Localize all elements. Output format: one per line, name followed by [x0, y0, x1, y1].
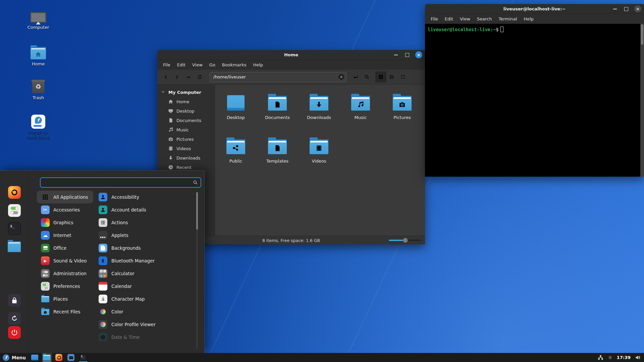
- fm-menu-file[interactable]: File: [160, 61, 173, 69]
- folder-templates[interactable]: Templates: [257, 135, 298, 178]
- terminal-menu-help[interactable]: Help: [521, 15, 537, 23]
- lock-screen-button[interactable]: [8, 294, 21, 307]
- show-desktop-button[interactable]: [30, 353, 40, 362]
- app-list-scrollbar[interactable]: [196, 192, 198, 349]
- back-button[interactable]: [161, 72, 171, 82]
- close-button[interactable]: ×: [415, 51, 422, 58]
- terminal-launcher[interactable]: $_: [8, 222, 21, 235]
- firefox-launcher[interactable]: [8, 186, 21, 199]
- category-all-applications[interactable]: All Applications: [37, 191, 93, 203]
- terminal-menu-file[interactable]: File: [428, 15, 441, 23]
- category-office[interactable]: Office: [37, 242, 93, 254]
- shutdown-button[interactable]: [8, 326, 21, 339]
- clear-location-icon[interactable]: ×: [338, 74, 344, 80]
- files-launcher[interactable]: [8, 240, 21, 253]
- location-bar[interactable]: /home/liveuser ×: [210, 72, 346, 82]
- terminal-scrollbar[interactable]: [640, 24, 644, 177]
- sidebar-header-my-computer[interactable]: My Computer: [157, 87, 215, 97]
- category-administration[interactable]: Administration: [37, 267, 93, 280]
- system-settings-launcher[interactable]: [8, 204, 21, 217]
- category-preferences[interactable]: Preferences: [37, 280, 93, 293]
- category-internet[interactable]: ☁ Internet: [37, 229, 93, 242]
- terminal-output[interactable]: liveuser@localhost-live:~$: [425, 24, 644, 177]
- fm-menu-bookmarks[interactable]: Bookmarks: [219, 61, 250, 69]
- folder-documents[interactable]: Documents: [257, 91, 298, 135]
- zoom-slider[interactable]: [389, 238, 421, 243]
- terminal-menu-terminal[interactable]: Terminal: [495, 15, 520, 23]
- clock[interactable]: 17:39: [617, 355, 631, 360]
- input-status-icon[interactable]: ☼: [608, 355, 612, 361]
- folder-music[interactable]: Music: [340, 91, 381, 135]
- list-view-button[interactable]: [386, 71, 397, 82]
- menu-search-box[interactable]: [40, 177, 201, 188]
- maximize-button[interactable]: [404, 52, 411, 58]
- zoom-slider-knob[interactable]: [403, 238, 408, 243]
- music-note-icon: [168, 127, 173, 132]
- desktop-icon-trash[interactable]: ♻ Trash: [20, 80, 57, 100]
- folder-public[interactable]: Public: [215, 135, 257, 178]
- sidebar-item-desktop[interactable]: Desktop: [157, 106, 215, 116]
- app-calculator[interactable]: +-x= Calculator: [97, 267, 194, 280]
- app-color-profile-viewer[interactable]: Color Profile Viewer: [97, 318, 194, 331]
- minimize-button[interactable]: [392, 52, 399, 58]
- category-recent-files[interactable]: Recent Files: [37, 305, 93, 318]
- app-actions[interactable]: Actions: [97, 216, 194, 229]
- search-button[interactable]: [362, 72, 372, 82]
- fm-window-title: Home: [284, 52, 298, 57]
- fm-menu-edit[interactable]: Edit: [174, 61, 189, 69]
- app-accessibility[interactable]: Accessibility: [97, 191, 194, 203]
- forward-button[interactable]: [172, 72, 182, 82]
- maximize-button[interactable]: [623, 6, 630, 12]
- search-input[interactable]: [43, 180, 193, 185]
- folder-pictures[interactable]: Pictures: [381, 91, 423, 135]
- fm-titlebar[interactable]: Home ×: [157, 50, 425, 60]
- fm-menu-help[interactable]: Help: [250, 61, 266, 69]
- sidebar-item-music[interactable]: Music: [157, 125, 215, 134]
- app-date-time[interactable]: Date & Time: [97, 331, 194, 344]
- folder-desktop[interactable]: Desktop: [215, 91, 257, 135]
- app-backgrounds[interactable]: Backgrounds: [97, 242, 194, 254]
- app-color[interactable]: Color: [97, 305, 194, 318]
- terminal-menu-search[interactable]: Search: [474, 15, 495, 23]
- sidebar-item-documents[interactable]: Documents: [157, 116, 215, 125]
- category-graphics[interactable]: Graphics: [37, 216, 93, 229]
- desktop-icon-computer[interactable]: Computer: [20, 12, 57, 30]
- category-accessories[interactable]: ✂ Accessories: [37, 203, 93, 216]
- taskbar-mail-button[interactable]: [66, 353, 76, 362]
- category-places[interactable]: Places: [37, 293, 93, 305]
- menu-button[interactable]: f Menu: [0, 353, 30, 362]
- terminal-menu-view[interactable]: View: [457, 15, 473, 23]
- fm-menu-view[interactable]: View: [189, 61, 206, 69]
- logout-button[interactable]: [8, 312, 21, 325]
- sidebar-item-pictures[interactable]: Pictures: [157, 134, 215, 144]
- download-icon: [168, 155, 173, 161]
- app-calendar[interactable]: Calendar: [97, 280, 194, 293]
- app-applets[interactable]: Applets: [97, 229, 194, 242]
- refresh-button[interactable]: [195, 72, 205, 82]
- minimize-button[interactable]: [611, 6, 618, 12]
- taskbar-firefox-button[interactable]: [54, 353, 64, 362]
- close-button[interactable]: ×: [634, 5, 641, 12]
- app-bluetooth-manager[interactable]: Bluetooth Manager: [97, 254, 194, 267]
- compact-view-button[interactable]: [397, 71, 409, 82]
- volume-icon[interactable]: [635, 355, 641, 360]
- sidebar-item-downloads[interactable]: Downloads: [157, 153, 215, 163]
- desktop-icon-home[interactable]: Home: [20, 47, 57, 66]
- taskbar-files-button[interactable]: [42, 353, 52, 362]
- terminal-titlebar[interactable]: liveuser@localhost-live:~ ×: [425, 4, 644, 14]
- app-account-details[interactable]: Account details: [97, 203, 194, 216]
- network-icon[interactable]: [598, 355, 603, 360]
- edit-location-button[interactable]: [351, 72, 361, 82]
- category-sound-video[interactable]: ▶ Sound & Video: [37, 254, 93, 267]
- icon-view-button[interactable]: [375, 71, 386, 82]
- up-button[interactable]: [183, 72, 194, 82]
- fm-menu-go[interactable]: Go: [206, 61, 218, 69]
- terminal-menu-edit[interactable]: Edit: [442, 15, 456, 23]
- folder-downloads[interactable]: Downloads: [298, 91, 340, 135]
- app-character-map[interactable]: á Character Map: [97, 293, 194, 305]
- taskbar-terminal-button[interactable]: $_: [78, 353, 88, 362]
- folder-videos[interactable]: Videos: [298, 135, 340, 178]
- desktop-icon-install[interactable]: f Install to Hard Drive: [20, 115, 57, 141]
- sidebar-item-videos[interactable]: Videos: [157, 144, 215, 153]
- sidebar-item-home[interactable]: Home: [157, 97, 215, 106]
